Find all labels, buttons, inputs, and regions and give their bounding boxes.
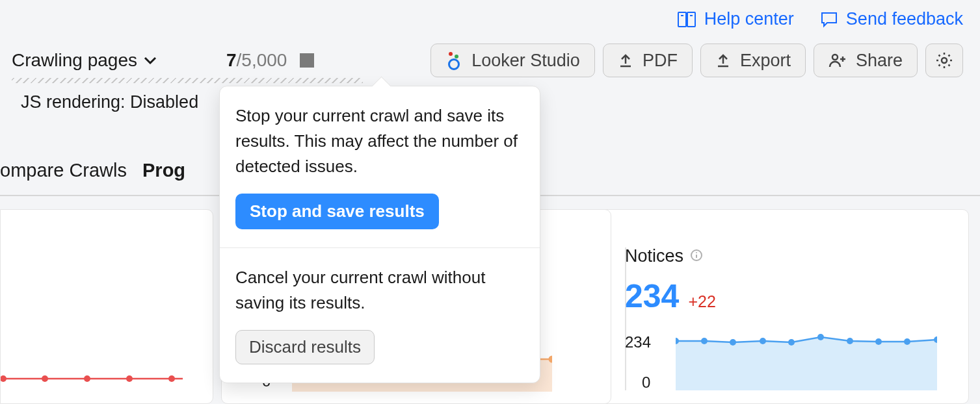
svg-point-7 [449, 60, 459, 69]
chevron-down-icon [144, 56, 157, 65]
discard-results-button[interactable]: Discard results [235, 330, 375, 364]
discard-crawl-description: Cancel your current crawl without saving… [235, 265, 524, 316]
svg-point-29 [701, 338, 708, 344]
tab-compare-crawls[interactable]: ompare Crawls [0, 160, 127, 181]
svg-point-34 [847, 338, 853, 344]
pdf-button[interactable]: PDF [603, 44, 693, 77]
notices-sparkline [676, 329, 937, 390]
gear-icon [935, 51, 953, 69]
notices-title: Notices [625, 246, 683, 266]
looker-studio-label: Looker Studio [471, 51, 580, 71]
notices-value[interactable]: 234 [625, 277, 679, 315]
js-rendering-status: JS rendering: Disabled [21, 92, 198, 112]
svg-point-6 [455, 55, 458, 58]
svg-point-21 [168, 375, 175, 382]
svg-rect-1 [687, 12, 695, 27]
errors-sparkline [1, 337, 214, 389]
svg-point-31 [760, 338, 766, 344]
crawl-current: 7 [226, 50, 237, 70]
stop-crawl-description: Stop your current crawl and save its res… [235, 103, 524, 179]
looker-icon [445, 51, 462, 70]
notices-axis-zero: 0 [642, 373, 650, 392]
book-icon [677, 11, 696, 28]
help-center-link[interactable]: Help center [677, 9, 794, 29]
send-feedback-label: Send feedback [846, 9, 963, 29]
svg-point-30 [730, 339, 736, 346]
svg-point-36 [904, 338, 910, 345]
stop-crawl-popover: Stop your current crawl and save its res… [219, 86, 540, 383]
upload-icon [715, 53, 731, 68]
svg-point-18 [42, 375, 48, 382]
share-button[interactable]: Share [814, 44, 918, 77]
export-button[interactable]: Export [700, 44, 806, 77]
notices-divider [625, 247, 626, 390]
pdf-label: PDF [642, 51, 678, 71]
svg-point-20 [126, 375, 133, 382]
svg-point-32 [788, 339, 795, 346]
notices-card: Notices 234 +22 234 0 [559, 209, 969, 404]
upload-icon [618, 53, 633, 68]
svg-point-33 [817, 334, 824, 340]
svg-point-35 [875, 338, 882, 345]
svg-point-5 [449, 52, 453, 56]
svg-point-15 [942, 58, 947, 63]
send-feedback-link[interactable]: Send feedback [820, 9, 963, 29]
crawl-progress-bar [12, 78, 363, 83]
svg-point-27 [696, 252, 697, 253]
svg-point-12 [832, 55, 838, 60]
notices-axis-max: 234 [625, 333, 651, 351]
errors-card [0, 209, 213, 404]
crawl-status-dropdown[interactable]: Crawling pages [12, 50, 157, 71]
chat-icon [820, 11, 838, 28]
crawl-status-label: Crawling pages [12, 50, 137, 71]
tab-progress[interactable]: Prog [142, 160, 185, 181]
info-icon[interactable] [690, 247, 703, 266]
crawl-total: /5,000 [237, 50, 287, 70]
settings-button[interactable] [925, 44, 963, 77]
svg-rect-0 [678, 12, 686, 27]
svg-point-17 [1, 375, 7, 382]
stop-crawl-button[interactable] [300, 53, 314, 68]
notices-delta: +22 [688, 292, 715, 311]
crawl-counter: 7/5,000 [226, 50, 287, 71]
svg-point-19 [84, 375, 90, 382]
person-plus-icon [828, 53, 847, 68]
help-center-label: Help center [704, 9, 794, 29]
stop-and-save-button[interactable]: Stop and save results [235, 194, 439, 229]
export-label: Export [740, 51, 791, 71]
share-label: Share [856, 51, 903, 71]
looker-studio-button[interactable]: Looker Studio [430, 44, 595, 77]
